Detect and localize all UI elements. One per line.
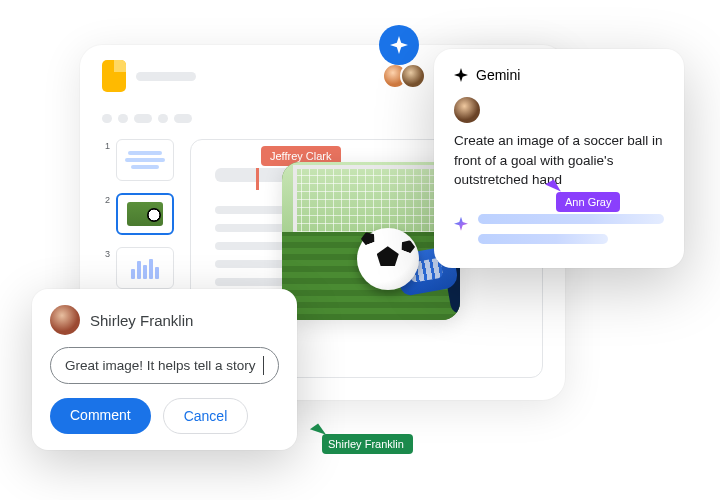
thumb-number: 2 [102, 193, 110, 205]
toolbar-item[interactable] [134, 114, 152, 123]
doc-title-placeholder[interactable] [136, 72, 196, 81]
gemini-panel: Gemini Create an image of a soccer ball … [434, 49, 684, 268]
slide-thumbnail-2[interactable] [116, 193, 174, 235]
gemini-spark-icon [454, 217, 468, 231]
spark-icon [454, 68, 468, 82]
toolbar-item[interactable] [174, 114, 192, 123]
chart-icon [131, 257, 159, 279]
slide-thumbnail-3[interactable] [116, 247, 174, 289]
collaborator-cursor-line [256, 168, 259, 190]
comment-input[interactable]: Great image! It helps tell a story [50, 347, 279, 384]
avatar[interactable] [400, 63, 426, 89]
gemini-prompt-text: Create an image of a soccer ball in fron… [454, 131, 664, 190]
collaborator-cursor-tag-shirley: Shirley Franklin [322, 434, 413, 454]
comment-author-name: Shirley Franklin [90, 312, 193, 329]
gemini-loading-lines [478, 214, 664, 244]
spark-icon [390, 36, 408, 54]
toolbar-item[interactable] [118, 114, 128, 123]
collaborator-avatars [390, 63, 426, 89]
toolbar-item[interactable] [158, 114, 168, 123]
thumb-number: 3 [102, 247, 110, 259]
comment-author-avatar [50, 305, 80, 335]
gemini-user-avatar [454, 97, 480, 123]
gemini-title: Gemini [476, 67, 520, 83]
toolbar-item[interactable] [102, 114, 112, 123]
comment-popup: Shirley Franklin Great image! It helps t… [32, 289, 297, 450]
gemini-badge[interactable] [379, 25, 419, 65]
comment-submit-button[interactable]: Comment [50, 398, 151, 434]
slide-thumbnail-1[interactable] [116, 139, 174, 181]
slides-logo-icon [102, 60, 126, 92]
soccer-ball-icon [357, 228, 419, 290]
comment-cancel-button[interactable]: Cancel [163, 398, 249, 434]
thumb-number: 1 [102, 139, 110, 151]
collaborator-cursor-tag-ann: Ann Gray [556, 192, 620, 212]
